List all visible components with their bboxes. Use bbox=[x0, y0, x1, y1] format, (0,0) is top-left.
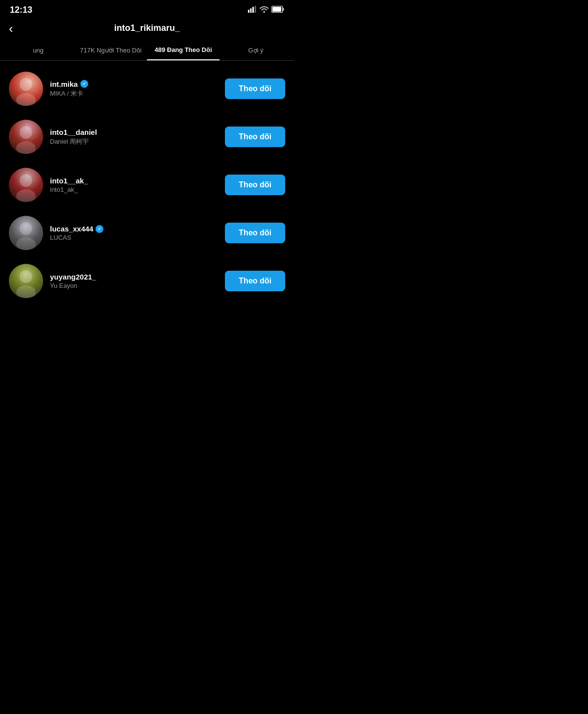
svg-rect-3 bbox=[255, 6, 256, 13]
page-title: into1_rikimaru_ bbox=[114, 23, 180, 33]
tab-nguoi-theo-doi[interactable]: 717K Người Theo Dõi bbox=[74, 41, 147, 60]
status-icons bbox=[248, 6, 284, 15]
svg-rect-2 bbox=[252, 7, 254, 13]
user-info: yuyang2021_ Yu Eayon bbox=[50, 273, 218, 289]
user-display-name: MIKA / 米卡 bbox=[50, 89, 218, 98]
follow-button[interactable]: Theo dõi bbox=[225, 271, 285, 291]
user-handle: yuyang2021_ bbox=[50, 273, 218, 281]
user-info: into1__daniel Daniel 周柯宇 bbox=[50, 128, 218, 146]
user-info: into1__ak_ into1_ak_ bbox=[50, 177, 218, 193]
user-display-name: Yu Eayon bbox=[50, 282, 218, 289]
signal-icon bbox=[248, 6, 257, 15]
svg-point-13 bbox=[20, 222, 32, 235]
header: ‹ into1_rikimaru_ bbox=[0, 18, 294, 40]
svg-rect-5 bbox=[283, 8, 284, 11]
user-display-name: Daniel 周柯宇 bbox=[50, 137, 218, 146]
svg-point-14 bbox=[16, 237, 36, 250]
tab-trang-chu[interactable]: ung bbox=[2, 41, 74, 60]
svg-point-7 bbox=[20, 78, 32, 91]
tabs-container: ung 717K Người Theo Dõi 489 Đang Theo Dõ… bbox=[0, 40, 294, 61]
follow-button[interactable]: Theo dõi bbox=[225, 175, 285, 195]
svg-rect-1 bbox=[250, 8, 252, 13]
user-display-name: into1_ak_ bbox=[50, 186, 218, 193]
status-bar: 12:13 bbox=[0, 0, 294, 18]
svg-point-12 bbox=[16, 189, 36, 202]
user-info: int.mika ✓ MIKA / 米卡 bbox=[50, 80, 218, 98]
wifi-icon bbox=[260, 6, 269, 15]
back-button[interactable]: ‹ bbox=[9, 22, 13, 35]
avatar[interactable] bbox=[9, 264, 43, 298]
battery-icon bbox=[271, 6, 284, 15]
user-handle: int.mika ✓ bbox=[50, 80, 218, 88]
verified-badge: ✓ bbox=[96, 225, 103, 233]
svg-point-10 bbox=[16, 141, 36, 154]
user-list: int.mika ✓ MIKA / 米卡 Theo dõi into1__dan… bbox=[0, 61, 294, 309]
user-handle: lucas_xx444 ✓ bbox=[50, 225, 218, 233]
avatar[interactable] bbox=[9, 168, 43, 202]
svg-rect-0 bbox=[248, 10, 249, 13]
user-handle: into1__ak_ bbox=[50, 177, 218, 185]
list-item: into1__ak_ into1_ak_ Theo dõi bbox=[0, 161, 294, 209]
follow-button[interactable]: Theo dõi bbox=[225, 78, 285, 99]
list-item: yuyang2021_ Yu Eayon Theo dõi bbox=[0, 257, 294, 305]
user-info: lucas_xx444 ✓ LUCAS bbox=[50, 225, 218, 241]
list-item: into1__daniel Daniel 周柯宇 Theo dõi bbox=[0, 113, 294, 161]
svg-point-11 bbox=[20, 174, 32, 187]
avatar[interactable] bbox=[9, 120, 43, 154]
svg-point-8 bbox=[16, 93, 36, 106]
user-handle: into1__daniel bbox=[50, 128, 218, 136]
svg-point-16 bbox=[16, 285, 36, 298]
avatar[interactable] bbox=[9, 72, 43, 106]
svg-point-9 bbox=[20, 126, 32, 139]
status-time: 12:13 bbox=[10, 5, 32, 15]
avatar[interactable] bbox=[9, 216, 43, 250]
tab-dang-theo-doi[interactable]: 489 Đang Theo Dõi bbox=[147, 40, 220, 60]
list-item: lucas_xx444 ✓ LUCAS Theo dõi bbox=[0, 209, 294, 257]
verified-badge: ✓ bbox=[80, 80, 88, 88]
svg-rect-6 bbox=[272, 7, 281, 12]
list-item: int.mika ✓ MIKA / 米卡 Theo dõi bbox=[0, 65, 294, 113]
user-display-name: LUCAS bbox=[50, 234, 218, 241]
svg-point-15 bbox=[20, 270, 32, 283]
follow-button[interactable]: Theo dõi bbox=[225, 127, 285, 147]
follow-button[interactable]: Theo dõi bbox=[225, 223, 285, 243]
tab-goi-y[interactable]: Gợi ý bbox=[220, 41, 292, 60]
